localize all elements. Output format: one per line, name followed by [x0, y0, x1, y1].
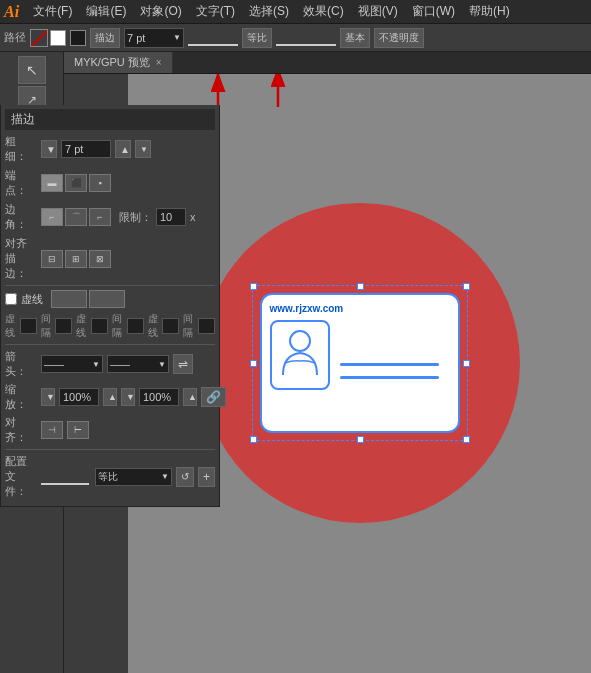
line-style-solid[interactable]: [188, 30, 238, 46]
config-row: 配置文件： 等比 ↺ +: [5, 454, 215, 499]
config-select[interactable]: 等比: [95, 468, 172, 486]
virt-dash2-input[interactable]: [91, 318, 108, 334]
virt-dash3-input[interactable]: [162, 318, 179, 334]
dash-checkbox-row: 虚线: [5, 290, 215, 308]
weight-row: 粗细： ▼ ▲ ▼: [5, 134, 215, 164]
scale-down1-btn[interactable]: ▼: [41, 388, 55, 406]
doc-tab[interactable]: MYK/GPU 预览 ×: [64, 52, 173, 73]
color-box2[interactable]: [70, 30, 86, 46]
virt-gap1-input[interactable]: [55, 318, 72, 334]
link-scale-btn[interactable]: 🔗: [201, 387, 226, 407]
scale1-input[interactable]: [59, 388, 99, 406]
scale-up1-btn[interactable]: ▲: [103, 388, 117, 406]
weight-down-btn[interactable]: ▼: [41, 140, 57, 158]
id-card-wrapper[interactable]: www.rjzxw.com: [260, 293, 460, 433]
virt-dash2: 虚线: [76, 312, 87, 340]
id-line-1: [340, 363, 439, 366]
divider1: [5, 285, 215, 286]
align-btn-center[interactable]: ⊟: [41, 250, 63, 268]
content-area: 描边 粗细： ▼ ▲ ▼ 端点： ▬ ⬛ ▪ 边角：: [0, 52, 591, 673]
menu-select[interactable]: 选择(S): [243, 1, 295, 22]
menu-items: 文件(F) 编辑(E) 对象(O) 文字(T) 选择(S) 效果(C) 视图(V…: [27, 1, 516, 22]
line-style2[interactable]: [276, 30, 336, 46]
weight-dropdown-btn[interactable]: ▼: [135, 140, 151, 158]
menu-edit[interactable]: 编辑(E): [80, 1, 132, 22]
scale2-input[interactable]: [139, 388, 179, 406]
divider3: [5, 449, 215, 450]
arrow-row: 箭头： —— —— ⇌: [5, 349, 215, 379]
menu-help[interactable]: 帮助(H): [463, 1, 516, 22]
arrow-start-select[interactable]: ——: [41, 355, 103, 373]
fill-color-swatch[interactable]: [50, 30, 66, 46]
corner-row: 边角： ⌐ ⌒ ⌐ 限制： x: [5, 202, 215, 232]
menu-object[interactable]: 对象(O): [134, 1, 187, 22]
config-line[interactable]: [41, 469, 89, 485]
virt-dash1: 虚线: [5, 312, 16, 340]
align-start-btn[interactable]: ⊣: [41, 421, 63, 439]
doc-tab-bar: MYK/GPU 预览 ×: [64, 52, 591, 74]
virt-dash1-input[interactable]: [20, 318, 37, 334]
menu-file[interactable]: 文件(F): [27, 1, 78, 22]
cap-row: 端点： ▬ ⬛ ▪: [5, 168, 215, 198]
scale-label: 缩放：: [5, 382, 37, 412]
corner-btn-round[interactable]: ⌒: [65, 208, 87, 226]
stroke-btn[interactable]: 描边: [90, 28, 120, 48]
virt-gap3: 间隔: [183, 312, 194, 340]
doc-tab-close[interactable]: ×: [156, 57, 162, 68]
stroke-panel: 描边 粗细： ▼ ▲ ▼ 端点： ▬ ⬛ ▪ 边角：: [0, 105, 220, 507]
dash-btn-group: [51, 290, 125, 308]
limit-label: 限制：: [119, 210, 152, 225]
align2-label: 对齐：: [5, 415, 37, 445]
scale-up2-btn[interactable]: ▲: [183, 388, 197, 406]
dash-style-btn2[interactable]: [89, 290, 125, 308]
weight-input[interactable]: [61, 140, 111, 158]
limit-input[interactable]: [156, 208, 186, 226]
person-icon: [275, 325, 325, 385]
menu-effect[interactable]: 效果(C): [297, 1, 350, 22]
opacity-btn[interactable]: 不透明度: [374, 28, 424, 48]
scale-row: 缩放： ▼ ▲ ▼ ▲ 🔗: [5, 382, 215, 412]
ratio-btn[interactable]: 等比: [242, 28, 272, 48]
arrow-end-select[interactable]: ——: [107, 355, 169, 373]
menu-window[interactable]: 窗口(W): [406, 1, 461, 22]
menu-text[interactable]: 文字(T): [190, 1, 241, 22]
svg-point-0: [290, 331, 310, 351]
corner-btn-miter[interactable]: ⌐: [41, 208, 63, 226]
virt-gap2-input[interactable]: [127, 318, 144, 334]
virt-gap2: 间隔: [112, 312, 123, 340]
config-reset-btn[interactable]: ↺: [176, 467, 194, 487]
cap-btn-square[interactable]: ▪: [89, 174, 111, 192]
virt-gap3-input[interactable]: [198, 318, 215, 334]
divider2: [5, 344, 215, 345]
pt-select[interactable]: 7 pt: [124, 28, 184, 48]
basic-btn[interactable]: 基本: [340, 28, 370, 48]
toolbar-path: 路径 描边 7 pt 等比 基本 不透明度: [0, 24, 591, 52]
swap-arrow-btn[interactable]: ⇌: [173, 354, 193, 374]
stroke-color-swatch[interactable]: [30, 29, 48, 47]
path-label: 路径: [4, 30, 26, 45]
align-btn-inside[interactable]: ⊞: [65, 250, 87, 268]
dash-style-btn1[interactable]: [51, 290, 87, 308]
align-stroke-label: 对齐描边：: [5, 236, 37, 281]
select-tool[interactable]: ↖: [18, 56, 46, 84]
weight-label: 粗细：: [5, 134, 37, 164]
align-btn-group: ⊟ ⊞ ⊠: [41, 250, 111, 268]
align-btn-outside[interactable]: ⊠: [89, 250, 111, 268]
limit-x: x: [190, 211, 196, 223]
cap-btn-flat[interactable]: ▬: [41, 174, 63, 192]
config-add-btn[interactable]: +: [198, 467, 215, 487]
menu-bar: Ai 文件(F) 编辑(E) 对象(O) 文字(T) 选择(S) 效果(C) 视…: [0, 0, 591, 24]
weight-up-btn[interactable]: ▲: [115, 140, 131, 158]
menu-view[interactable]: 视图(V): [352, 1, 404, 22]
cap-btn-round[interactable]: ⬛: [65, 174, 87, 192]
scale-down2-btn[interactable]: ▼: [121, 388, 135, 406]
id-card-avatar: [270, 320, 330, 390]
design-area: www.rjzxw.com: [200, 203, 520, 523]
corner-btn-bevel[interactable]: ⌐: [89, 208, 111, 226]
align-end-btn[interactable]: ⊢: [67, 421, 89, 439]
app-logo: Ai: [4, 3, 19, 21]
virt-dash3: 虚线: [148, 312, 159, 340]
dash-checkbox[interactable]: [5, 293, 17, 305]
corner-label: 边角：: [5, 202, 37, 232]
arrow-label: 箭头：: [5, 349, 37, 379]
